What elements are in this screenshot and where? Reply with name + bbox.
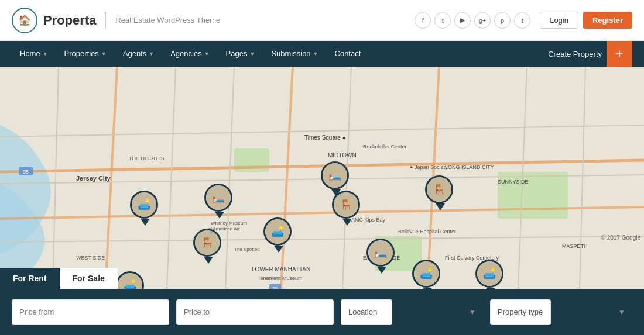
map-pin-5[interactable]: 🛋️ [263,217,294,251]
location-select-arrow: ▼ [469,308,476,316]
svg-text:SUNNYSIDE: SUNNYSIDE [498,179,529,185]
twitter-icon[interactable]: t [434,12,451,29]
property-type-select-arrow: ▼ [618,308,625,316]
logo-text: Properta [43,13,96,28]
nav-arrow-agents: ▼ [149,41,154,67]
nav-label-properties: Properties [64,41,99,67]
location-select-wrapper: Location New York Brooklyn Manhattan Que… [341,299,483,325]
svg-text:THE HEIGHTS: THE HEIGHTS [129,156,165,161]
svg-text:The Spotted: The Spotted [234,247,260,252]
youtube-icon[interactable]: ▶ [454,12,471,29]
map-pin-4[interactable]: 🛋️ [116,271,146,289]
svg-text:Bellevue Hospital Center: Bellevue Hospital Center [398,229,456,234]
map-pin-8[interactable]: 🛏️ [366,239,397,272]
google-attribution: © 2017 Google [601,234,640,241]
nav-item-submission[interactable]: Submission ▼ [263,41,326,67]
svg-text:LONG ISLAND CITY: LONG ISLAND CITY [445,164,494,170]
tab-bar: For Rent For Sale [0,268,118,289]
nav-label-agencies: Agencies [170,41,201,67]
property-type-select[interactable]: Property type Apartment House Office Stu… [490,299,551,325]
svg-text:WEST SIDE: WEST SIDE [76,255,105,261]
googleplus-icon[interactable]: g+ [474,12,491,29]
nav-item-home[interactable]: Home ▼ [12,41,56,67]
social-icons: f t ▶ g+ p t [415,12,530,29]
property-type-select-wrapper: Property type Apartment House Office Stu… [490,299,632,325]
login-button[interactable]: Login [540,12,578,29]
nav-label-pages: Pages [226,41,248,67]
pinterest-icon[interactable]: p [494,12,511,29]
navbar: Home ▼ Properties ▼ Agents ▼ Agencies ▼ … [0,41,644,67]
nav-items: Home ▼ Properties ▼ Agents ▼ Agencies ▼ … [12,41,548,67]
tumblr-icon[interactable]: t [514,12,530,29]
nav-arrow-home: ▼ [43,41,48,67]
logo-subtitle: Real Estate WordPress Theme [115,16,220,25]
nav-item-contact[interactable]: Contact [327,41,369,67]
nav-arrow-agencies: ▼ [204,41,210,67]
svg-text:95: 95 [23,169,29,175]
map-pin-10[interactable]: 🛋️ [412,260,443,289]
map-pin-9[interactable]: 🪑 [425,175,455,209]
svg-text:LOWER MANHATTAN: LOWER MANHATTAN [252,266,310,272]
map-pin-2[interactable]: 🛏️ [204,184,235,217]
logo-divider [105,12,106,29]
nav-item-properties[interactable]: Properties ▼ [56,41,115,67]
nav-label-agents: Agents [123,41,146,67]
svg-text:Rockefeller Center: Rockefeller Center [363,144,407,150]
nav-create-property[interactable]: Create Property [548,50,602,58]
nav-label-submission: Submission [271,41,310,67]
map-pin-3[interactable]: 🪑 [193,229,224,263]
nav-label-home: Home [20,41,40,67]
search-bar: Location New York Brooklyn Manhattan Que… [0,289,644,335]
nav-arrow-submission: ▼ [313,41,318,67]
nav-item-agents[interactable]: Agents ▼ [115,41,162,67]
svg-text:Whitney Museum: Whitney Museum [211,220,247,226]
map-container: Jersey City THE HEIGHTS MIDTOWN LONG ISL… [0,67,644,289]
svg-text:MASPETH: MASPETH [562,243,588,249]
svg-text:Tenement Museum: Tenement Museum [258,275,303,281]
svg-text:● Japan Society: ● Japan Society [410,164,448,170]
map-pin-1[interactable]: 🛋️ [130,191,160,225]
map-pin-11[interactable]: 🛋️ [475,260,506,289]
price-to-input[interactable] [176,299,334,325]
location-select[interactable]: Location New York Brooklyn Manhattan Que… [341,299,392,325]
map-pin-7[interactable]: 🪑 [332,191,362,225]
nav-arrow-properties: ▼ [101,41,107,67]
register-button[interactable]: Register [583,12,632,29]
tab-for-sale[interactable]: For Sale [60,268,118,289]
nav-item-agencies[interactable]: Agencies ▼ [162,41,217,67]
facebook-icon[interactable]: f [415,12,431,29]
price-from-input[interactable] [12,299,169,325]
svg-text:Times Square ●: Times Square ● [304,134,346,141]
nav-arrow-pages: ▼ [249,41,255,67]
nav-label-contact: Contact [335,41,361,67]
svg-text:MIDTOWN: MIDTOWN [328,152,357,158]
logo-icon: 🏠 [12,8,37,33]
nav-plus-button[interactable]: + [607,41,632,67]
tab-for-rent[interactable]: For Rent [0,268,60,289]
nav-item-pages[interactable]: Pages ▼ [218,41,263,67]
header: 🏠 Properta Real Estate WordPress Theme f… [0,0,644,41]
svg-text:Jersey City: Jersey City [76,175,111,182]
